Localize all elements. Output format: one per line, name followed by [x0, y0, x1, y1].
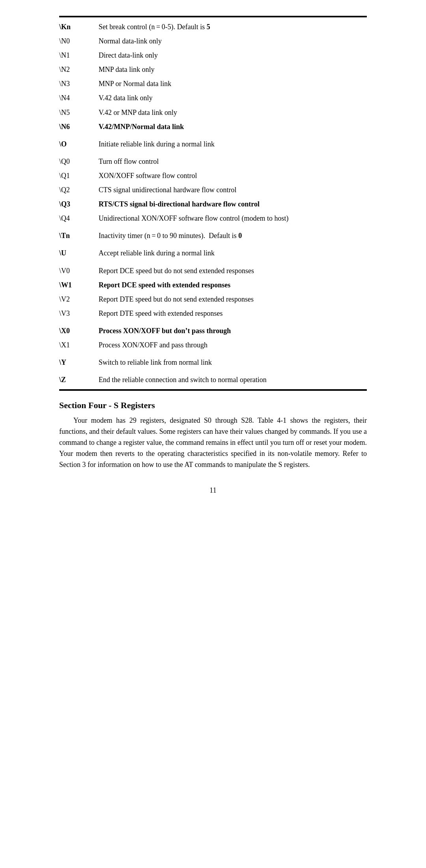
table-row: \Y Switch to reliable link from normal l… — [59, 355, 367, 369]
command-cell: \V2 — [59, 292, 99, 306]
table-row: \Q3 RTS/CTS signal bi-directional hardwa… — [59, 197, 367, 211]
table-row: \Kn Set break control (n = 0-5). Default… — [59, 20, 367, 34]
command-cell: \N0 — [59, 34, 99, 48]
desc-cell: Report DCE speed but do not send extende… — [99, 264, 367, 278]
table-row: \N0 Normal data-link only — [59, 34, 367, 48]
desc-cell: V.42 data link only — [99, 91, 367, 105]
top-rule — [59, 16, 367, 17]
desc-cell: End the reliable connection and switch t… — [99, 373, 367, 387]
command-cell: \Y — [59, 355, 99, 369]
command-cell: \Q2 — [59, 183, 99, 197]
table-row-spacer — [59, 369, 367, 373]
table-row: \Q0 Turn off flow control — [59, 154, 367, 169]
table-row: \Tn Inactivity timer (n = 0 to 90 minute… — [59, 229, 367, 243]
command-cell: \O — [59, 137, 99, 151]
desc-cell: V.42 or MNP data link only — [99, 105, 367, 120]
command-cell: \N5 — [59, 105, 99, 120]
command-cell: \N2 — [59, 62, 99, 77]
table-row-spacer — [59, 134, 367, 137]
desc-cell: V.42/MNP/Normal data link — [99, 120, 367, 134]
table-row-spacer — [59, 243, 367, 246]
command-table: \Kn Set break control (n = 0-5). Default… — [59, 20, 367, 387]
desc-cell: Set break control (n = 0-5). Default is … — [99, 20, 367, 34]
command-cell: \Q4 — [59, 211, 99, 225]
desc-cell: CTS signal unidirectional hardware flow … — [99, 183, 367, 197]
table-row: \N1 Direct data-link only — [59, 48, 367, 62]
desc-cell: Process XON/XOFF but don’t pass through — [99, 324, 367, 338]
desc-cell: Direct data-link only — [99, 48, 367, 62]
table-row-spacer — [59, 321, 367, 324]
table-row: \V0 Report DCE speed but do not send ext… — [59, 264, 367, 278]
desc-cell: Normal data-link only — [99, 34, 367, 48]
table-row-spacer — [59, 225, 367, 229]
table-row: \U Accept reliable link during a normal … — [59, 246, 367, 260]
desc-cell: Accept reliable link during a normal lin… — [99, 246, 367, 260]
command-cell: \X1 — [59, 338, 99, 352]
table-row: \O Initiate reliable link during a norma… — [59, 137, 367, 151]
command-cell: \U — [59, 246, 99, 260]
table-row: \X1 Process XON/XOFF and pass through — [59, 338, 367, 352]
command-cell: \Kn — [59, 20, 99, 34]
section-four-body: Your modem has 29 registers, designated … — [59, 415, 367, 470]
table-row: \N6 V.42/MNP/Normal data link — [59, 120, 367, 134]
desc-cell: Inactivity timer (n = 0 to 90 minutes). … — [99, 229, 367, 243]
desc-cell: XON/XOFF software flow control — [99, 169, 367, 183]
table-row: \X0 Process XON/XOFF but don’t pass thro… — [59, 324, 367, 338]
desc-cell: MNP or Normal data link — [99, 77, 367, 91]
command-cell: \Q3 — [59, 197, 99, 211]
table-row: \N5 V.42 or MNP data link only — [59, 105, 367, 120]
desc-cell: RTS/CTS signal bi-directional hardware f… — [99, 197, 367, 211]
table-row: \V2 Report DTE speed but do not send ext… — [59, 292, 367, 306]
command-cell: \Q1 — [59, 169, 99, 183]
desc-cell: Unidirectional XON/XOFF software flow co… — [99, 211, 367, 225]
command-cell: \Q0 — [59, 154, 99, 169]
desc-cell: MNP data link only — [99, 62, 367, 77]
command-cell: \V3 — [59, 306, 99, 321]
desc-cell: Turn off flow control — [99, 154, 367, 169]
page-number: 11 — [59, 486, 367, 495]
command-cell: \N1 — [59, 48, 99, 62]
table-row: \W1 Report DCE speed with extended respo… — [59, 278, 367, 292]
table-row-spacer — [59, 261, 367, 264]
table-row: \N2 MNP data link only — [59, 62, 367, 77]
table-row: \N3 MNP or Normal data link — [59, 77, 367, 91]
command-cell: \X0 — [59, 324, 99, 338]
section-four-title: Section Four - S Registers — [59, 400, 367, 411]
command-cell: \V0 — [59, 264, 99, 278]
section-body-paragraph: Your modem has 29 registers, designated … — [59, 415, 367, 470]
desc-cell: Initiate reliable link during a normal l… — [99, 137, 367, 151]
command-cell: \N6 — [59, 120, 99, 134]
page-container: \Kn Set break control (n = 0-5). Default… — [59, 0, 367, 518]
desc-cell: Report DTE speed but do not send extende… — [99, 292, 367, 306]
desc-cell: Report DTE speed with extended responses — [99, 306, 367, 321]
table-row-spacer — [59, 352, 367, 355]
command-cell: \N4 — [59, 91, 99, 105]
command-cell: \Z — [59, 373, 99, 387]
table-row: \Q4 Unidirectional XON/XOFF software flo… — [59, 211, 367, 225]
table-row: \Q2 CTS signal unidirectional hardware f… — [59, 183, 367, 197]
table-row: \Z End the reliable connection and switc… — [59, 373, 367, 387]
bottom-rule — [59, 389, 367, 391]
table-row: \Q1 XON/XOFF software flow control — [59, 169, 367, 183]
table-row: \V3 Report DTE speed with extended respo… — [59, 306, 367, 321]
command-cell: \Tn — [59, 229, 99, 243]
table-row-spacer — [59, 151, 367, 154]
command-cell: \N3 — [59, 77, 99, 91]
desc-cell: Report DCE speed with extended responses — [99, 278, 367, 292]
desc-cell: Process XON/XOFF and pass through — [99, 338, 367, 352]
command-cell: \W1 — [59, 278, 99, 292]
desc-cell: Switch to reliable link from normal link — [99, 355, 367, 369]
table-row: \N4 V.42 data link only — [59, 91, 367, 105]
